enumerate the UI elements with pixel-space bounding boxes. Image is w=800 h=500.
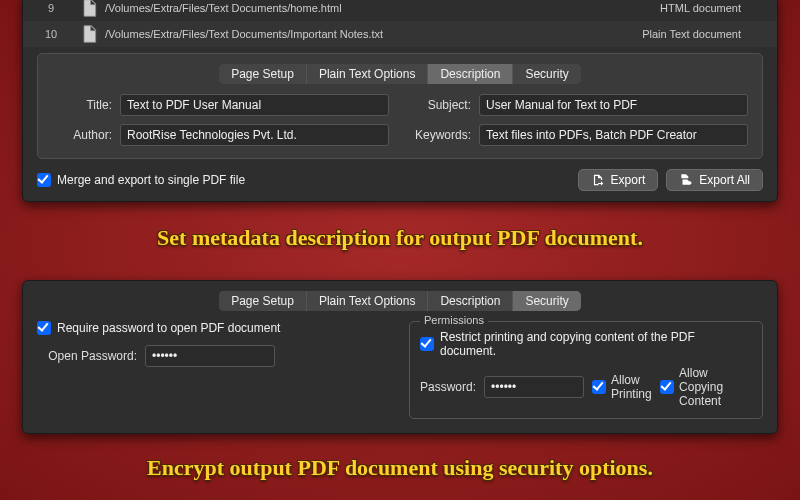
title-field[interactable] xyxy=(120,94,389,116)
keywords-field[interactable] xyxy=(479,124,748,146)
perm-password-field[interactable] xyxy=(484,376,584,398)
document-icon xyxy=(79,0,99,18)
author-field[interactable] xyxy=(120,124,389,146)
tab-plain-text[interactable]: Plain Text Options xyxy=(307,64,429,84)
permissions-group: Permissions Restrict printing and copyin… xyxy=(409,321,763,419)
file-row[interactable]: 9 /Volumes/Extra/Files/Text Documents/ho… xyxy=(23,0,777,21)
file-index: 10 xyxy=(23,28,79,40)
export-all-icon xyxy=(679,173,693,187)
author-label: Author: xyxy=(52,128,112,142)
allow-printing-checkbox[interactable]: Allow Printing xyxy=(592,373,652,401)
tab-page-setup[interactable]: Page Setup xyxy=(219,64,307,84)
tab-security[interactable]: Security xyxy=(513,64,580,84)
checkbox-icon xyxy=(37,321,51,335)
restrict-label: Restrict printing and copying content of… xyxy=(440,330,752,358)
checkbox-icon xyxy=(420,337,434,351)
tab-description[interactable]: Description xyxy=(428,64,513,84)
tab-page-setup[interactable]: Page Setup xyxy=(219,291,307,311)
open-password-section: Require password to open PDF document Op… xyxy=(37,321,391,419)
file-row[interactable]: 10 /Volumes/Extra/Files/Text Documents/I… xyxy=(23,21,777,47)
perm-password-label: Password: xyxy=(420,380,476,394)
tab-plain-text[interactable]: Plain Text Options xyxy=(307,291,429,311)
allow-printing-label: Allow Printing xyxy=(611,373,652,401)
metadata-card: Page Setup Plain Text Options Descriptio… xyxy=(37,53,763,159)
subject-field[interactable] xyxy=(479,94,748,116)
allow-copying-checkbox[interactable]: Allow Copying Content xyxy=(660,366,752,408)
checkbox-icon xyxy=(660,380,674,394)
promo-caption-2: Encrypt output PDF document using securi… xyxy=(0,455,800,481)
subject-label: Subject: xyxy=(397,98,471,112)
file-index: 9 xyxy=(23,2,79,14)
merge-checkbox[interactable]: Merge and export to single PDF file xyxy=(37,173,245,187)
allow-copying-label: Allow Copying Content xyxy=(679,366,752,408)
file-kind: HTML document xyxy=(609,2,777,14)
export-all-label: Export All xyxy=(699,173,750,187)
export-icon xyxy=(591,173,605,187)
checkbox-icon xyxy=(592,380,606,394)
tabbar: Page Setup Plain Text Options Descriptio… xyxy=(37,291,763,311)
open-password-label: Open Password: xyxy=(37,349,137,363)
merge-label: Merge and export to single PDF file xyxy=(57,173,245,187)
file-path: /Volumes/Extra/Files/Text Documents/home… xyxy=(105,2,609,14)
permissions-legend: Permissions xyxy=(420,314,488,326)
tab-security[interactable]: Security xyxy=(513,291,580,311)
file-path: /Volumes/Extra/Files/Text Documents/Impo… xyxy=(105,28,609,40)
tab-description[interactable]: Description xyxy=(428,291,513,311)
promo-caption-1: Set metadata description for output PDF … xyxy=(0,225,800,251)
document-icon xyxy=(79,24,99,44)
require-password-label: Require password to open PDF document xyxy=(57,321,280,335)
checkbox-icon xyxy=(37,173,51,187)
tabbar: Page Setup Plain Text Options Descriptio… xyxy=(52,64,748,84)
description-panel: 9 /Volumes/Extra/Files/Text Documents/ho… xyxy=(22,0,778,202)
security-panel: Page Setup Plain Text Options Descriptio… xyxy=(22,280,778,434)
title-label: Title: xyxy=(52,98,112,112)
export-label: Export xyxy=(611,173,646,187)
keywords-label: Keywords: xyxy=(397,128,471,142)
open-password-field[interactable] xyxy=(145,345,275,367)
export-button[interactable]: Export xyxy=(578,169,659,191)
export-all-button[interactable]: Export All xyxy=(666,169,763,191)
file-kind: Plain Text document xyxy=(609,28,777,40)
require-password-checkbox[interactable]: Require password to open PDF document xyxy=(37,321,391,335)
panel-footer: Merge and export to single PDF file Expo… xyxy=(23,159,777,191)
restrict-checkbox[interactable]: Restrict printing and copying content of… xyxy=(420,330,752,358)
